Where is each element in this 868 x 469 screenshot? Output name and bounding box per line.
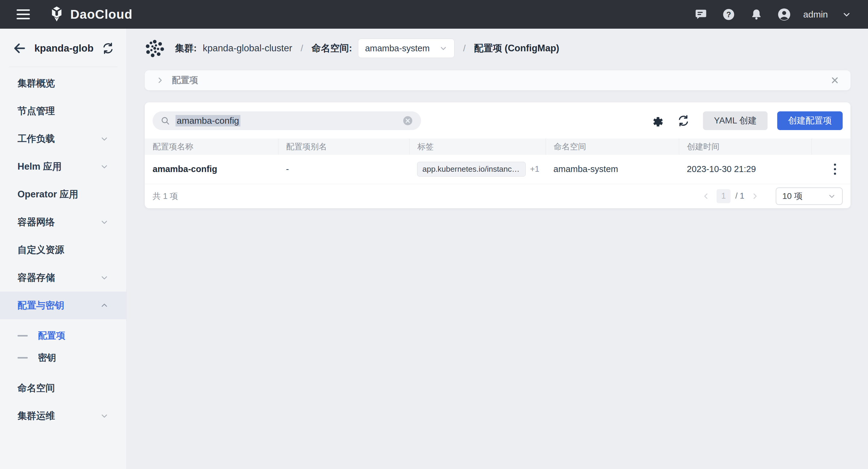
brand-name: DaoCloud (70, 7, 132, 22)
page-size-select[interactable]: 10 项 (776, 187, 843, 205)
sidebar-item-label: 容器网络 (18, 216, 55, 229)
chevron-up-icon (100, 301, 109, 310)
current-cluster-name[interactable]: kpanda-global-cl... (34, 42, 94, 54)
sidebar-item-container-storage[interactable]: 容器存储 (0, 264, 126, 292)
table-footer: 共 1 项 1 / 1 10 项 (145, 184, 850, 208)
close-icon[interactable] (830, 76, 840, 85)
subitem-dash-icon (18, 357, 28, 358)
cluster-dots-icon (145, 38, 165, 58)
username[interactable]: admin (803, 9, 828, 20)
breadcrumb: 集群: kpanda-global-cluster / 命名空间: amamba… (127, 29, 868, 67)
prev-page-icon[interactable] (700, 190, 712, 202)
current-page-input[interactable]: 1 (717, 189, 731, 203)
namespace-select[interactable]: amamba-system (358, 39, 455, 58)
breadcrumb-cluster-value[interactable]: kpanda-global-cluster (203, 43, 292, 54)
row-actions-kebab-icon[interactable] (819, 162, 850, 177)
configmap-created-at: 2023-10-30 21:29 (679, 155, 812, 184)
table-row: amamba-config - app.kubernetes.io/instan… (145, 155, 850, 184)
notification-bell-icon[interactable] (749, 7, 763, 22)
sidebar-item-label: Operator 应用 (18, 188, 79, 201)
configmap-alias: - (278, 155, 409, 184)
chevron-down-icon (100, 134, 109, 143)
search-input[interactable]: amamba-config (153, 111, 421, 130)
user-avatar[interactable] (777, 7, 791, 22)
sidebar-item-namespaces[interactable]: 命名空间 (0, 374, 126, 402)
help-icon[interactable]: ? (722, 7, 736, 22)
user-menu-chevron-icon[interactable] (842, 10, 851, 19)
sidebar-item-operator-apps[interactable]: Operator 应用 (0, 180, 126, 208)
sidebar-subitem-configmaps[interactable]: 配置项 (0, 325, 126, 347)
back-arrow-icon[interactable] (13, 41, 27, 55)
sidebar-item-workloads[interactable]: 工作负载 (0, 125, 126, 153)
menu-toggle-icon[interactable] (17, 9, 30, 19)
configmap-list-card: amamba-config (145, 102, 850, 208)
breadcrumb-separator: / (463, 43, 465, 53)
search-icon (160, 116, 170, 125)
configmap-namespace: amamba-system (546, 155, 679, 184)
yaml-create-button[interactable]: YAML 创建 (703, 111, 768, 130)
svg-text:?: ? (726, 10, 731, 19)
sidebar-subitem-label: 密钥 (38, 352, 56, 364)
sidebar-item-label: 配置与密钥 (18, 299, 64, 312)
sidebar-item-custom-resources[interactable]: 自定义资源 (0, 236, 126, 264)
switch-cluster-icon[interactable] (102, 42, 114, 55)
sidebar-item-helm-apps[interactable]: Helm 应用 (0, 153, 126, 180)
sidebar-item-label: 工作负载 (18, 133, 55, 145)
sidebar-subitem-secrets[interactable]: 密钥 (0, 347, 126, 369)
column-header-created: 创建时间 (679, 139, 812, 155)
sidebar-item-node-management[interactable]: 节点管理 (0, 97, 126, 125)
column-header-labels: 标签 (409, 139, 546, 155)
breadcrumb-separator: / (301, 43, 303, 53)
chevron-down-icon (100, 411, 109, 420)
sidebar: kpanda-global-cl... 集群概览 节点管理 工作负载 (0, 29, 127, 469)
sidebar-item-label: 自定义资源 (18, 243, 64, 256)
breadcrumb-namespace-label: 命名空间: (312, 42, 352, 55)
brand-logo[interactable]: DaoCloud (48, 6, 132, 23)
refresh-icon[interactable] (677, 114, 690, 127)
chevron-down-icon (439, 44, 447, 53)
label-more-count[interactable]: +1 (530, 165, 539, 174)
sidebar-item-container-network[interactable]: 容器网络 (0, 208, 126, 236)
configmap-table: 配置项名称 配置项别名 标签 命名空间 创建时间 amamba-config - (145, 139, 850, 184)
chevron-down-icon (100, 273, 109, 282)
sidebar-item-label: 命名空间 (18, 382, 55, 394)
daocloud-cube-icon (48, 6, 65, 23)
column-header-actions (812, 139, 850, 155)
sidebar-item-label: 节点管理 (18, 105, 55, 117)
chevron-down-icon (828, 192, 836, 200)
search-value: amamba-config (176, 115, 240, 126)
chevron-down-icon (100, 217, 109, 227)
clear-search-icon[interactable] (402, 115, 413, 126)
sidebar-item-label: 集群运维 (18, 410, 55, 422)
create-configmap-button[interactable]: 创建配置项 (777, 111, 843, 130)
breadcrumb-page-label: 配置项 (ConfigMap) (474, 42, 559, 55)
namespace-select-value: amamba-system (365, 43, 430, 53)
sidebar-item-label: Helm 应用 (18, 160, 62, 173)
sidebar-menu: 集群概览 节点管理 工作负载 Helm 应用 Operator 应用 (0, 69, 126, 430)
main-content: 集群: kpanda-global-cluster / 命名空间: amamba… (127, 29, 868, 469)
panel-title: 配置项 (172, 74, 198, 86)
label-chip[interactable]: app.kubernetes.io/instance:a... (417, 162, 526, 177)
column-header-alias: 配置项别名 (278, 139, 409, 155)
configmap-collapse-panel[interactable]: 配置项 (145, 70, 850, 90)
sidebar-item-cluster-overview[interactable]: 集群概览 (0, 69, 126, 97)
configmap-name-link[interactable]: amamba-config (145, 155, 278, 184)
list-toolbar: amamba-config (145, 102, 850, 139)
sidebar-item-label: 容器存储 (18, 271, 55, 284)
table-settings-gear-icon[interactable] (651, 114, 664, 127)
sidebar-item-cluster-ops[interactable]: 集群运维 (0, 402, 126, 430)
chevron-right-icon (156, 76, 165, 85)
column-header-namespace: 命名空间 (546, 139, 679, 155)
breadcrumb-cluster-label: 集群: (175, 42, 197, 55)
chevron-down-icon (100, 162, 109, 171)
next-page-icon[interactable] (749, 190, 761, 202)
subitem-dash-icon (18, 335, 28, 336)
page-size-value: 10 项 (782, 190, 803, 202)
page-total-label: / 1 (735, 191, 744, 201)
column-header-name: 配置项名称 (145, 139, 278, 155)
sidebar-item-label: 集群概览 (18, 77, 55, 90)
sidebar-item-config-and-secrets[interactable]: 配置与密钥 (0, 292, 126, 319)
sidebar-divider (9, 67, 117, 67)
topbar: DaoCloud ? (0, 0, 868, 29)
feedback-icon[interactable] (694, 7, 708, 22)
